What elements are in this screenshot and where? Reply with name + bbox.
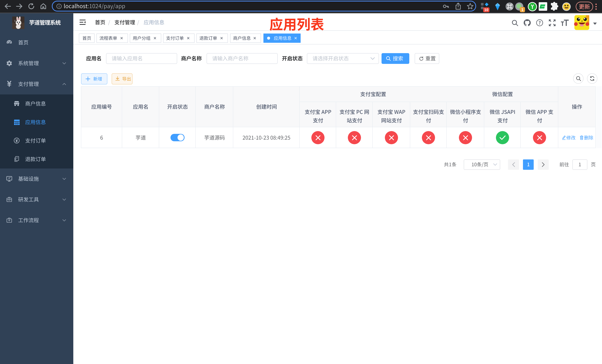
svg-text:1: 1 — [521, 7, 524, 12]
svg-text:10: 10 — [484, 8, 488, 12]
